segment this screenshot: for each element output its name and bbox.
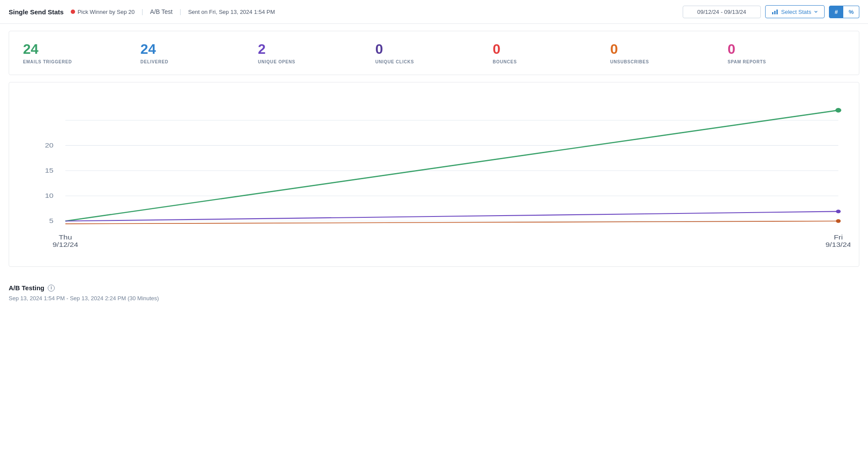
ab-testing-title: A/B Testing i bbox=[9, 284, 859, 292]
ab-testing-section: A/B Testing i Sep 13, 2024 1:54 PM - Sep… bbox=[9, 274, 859, 305]
stat-value-2: 2 bbox=[258, 42, 266, 57]
chart-container: 5 10 15 20 Thu 9/12/24 Fri 9/13/ bbox=[18, 93, 850, 258]
svg-rect-1 bbox=[774, 11, 776, 14]
stat-label-5: UNSUBSCRIBES bbox=[610, 59, 649, 64]
sent-info-label: Sent on Fri, Sep 13, 2024 1:54 PM bbox=[188, 9, 275, 15]
svg-point-18 bbox=[836, 220, 841, 223]
stat-label-1: DELIVERED bbox=[141, 59, 168, 64]
date-range-value: 09/12/24 - 09/13/24 bbox=[697, 9, 746, 15]
stat-item-4: 0BOUNCES bbox=[493, 42, 610, 64]
svg-text:Thu: Thu bbox=[59, 234, 72, 241]
stat-value-0: 24 bbox=[23, 42, 39, 57]
svg-text:9/12/24: 9/12/24 bbox=[53, 242, 79, 248]
chart-panel: 5 10 15 20 Thu 9/12/24 Fri 9/13/ bbox=[9, 82, 859, 267]
stat-item-1: 24DELIVERED bbox=[141, 42, 258, 64]
hash-percent-toggle: # % bbox=[829, 6, 859, 18]
select-stats-button[interactable]: Select Stats bbox=[765, 5, 825, 18]
select-stats-label: Select Stats bbox=[781, 9, 811, 15]
stat-value-4: 0 bbox=[493, 42, 500, 57]
percent-button[interactable]: % bbox=[843, 6, 859, 18]
chevron-down-icon bbox=[814, 10, 818, 14]
svg-text:20: 20 bbox=[45, 142, 53, 149]
separator: | bbox=[141, 8, 143, 15]
svg-text:Fri: Fri bbox=[834, 234, 843, 241]
svg-point-17 bbox=[836, 210, 841, 213]
svg-point-16 bbox=[835, 108, 842, 113]
svg-text:15: 15 bbox=[45, 167, 53, 174]
info-icon[interactable]: i bbox=[48, 285, 55, 292]
page-wrapper: Single Send Stats Pick Winner by Sep 20 … bbox=[0, 0, 868, 459]
stat-value-5: 0 bbox=[610, 42, 618, 57]
pick-winner-label: Pick Winner by Sep 20 bbox=[78, 9, 135, 15]
page-title: Single Send Stats bbox=[9, 8, 64, 16]
stat-label-4: BOUNCES bbox=[493, 59, 517, 64]
ab-test-label: A/B Test bbox=[150, 8, 173, 15]
header-controls: 09/12/24 - 09/13/24 Select Stats # % bbox=[683, 5, 859, 18]
stat-item-3: 0UNIQUE CLICKS bbox=[375, 42, 493, 64]
stat-value-3: 0 bbox=[375, 42, 383, 57]
hash-button[interactable]: # bbox=[829, 6, 843, 18]
chart-icon bbox=[772, 8, 779, 15]
pick-winner-badge: Pick Winner by Sep 20 bbox=[71, 9, 135, 15]
separator2: | bbox=[180, 8, 181, 15]
svg-text:5: 5 bbox=[49, 218, 53, 224]
header-bar: Single Send Stats Pick Winner by Sep 20 … bbox=[0, 0, 868, 24]
stat-label-6: SPAM REPORTS bbox=[727, 59, 766, 64]
ab-date-range: Sep 13, 2024 1:54 PM - Sep 13, 2024 2:24… bbox=[9, 295, 859, 302]
stat-label-0: EMAILS TRIGGERED bbox=[23, 59, 72, 64]
svg-text:10: 10 bbox=[45, 193, 53, 199]
stat-item-0: 24EMAILS TRIGGERED bbox=[23, 42, 141, 64]
stat-item-2: 2UNIQUE OPENS bbox=[258, 42, 375, 64]
stat-value-6: 0 bbox=[727, 42, 735, 57]
stat-item-6: 0SPAM REPORTS bbox=[727, 42, 845, 64]
stats-row: 24EMAILS TRIGGERED24DELIVERED2UNIQUE OPE… bbox=[23, 42, 845, 64]
chart-svg: 5 10 15 20 Thu 9/12/24 Fri 9/13/ bbox=[18, 93, 850, 258]
stats-panel: 24EMAILS TRIGGERED24DELIVERED2UNIQUE OPE… bbox=[9, 31, 859, 75]
stat-value-1: 24 bbox=[141, 42, 156, 57]
ab-title-text: A/B Testing bbox=[9, 284, 44, 292]
svg-rect-0 bbox=[772, 12, 773, 14]
svg-text:9/13/24: 9/13/24 bbox=[825, 242, 850, 248]
badge-dot-icon bbox=[71, 10, 75, 14]
svg-rect-2 bbox=[776, 10, 778, 14]
stat-label-3: UNIQUE CLICKS bbox=[375, 59, 414, 64]
stat-label-2: UNIQUE OPENS bbox=[258, 59, 295, 64]
stat-item-5: 0UNSUBSCRIBES bbox=[610, 42, 728, 64]
date-range-input[interactable]: 09/12/24 - 09/13/24 bbox=[683, 6, 761, 18]
